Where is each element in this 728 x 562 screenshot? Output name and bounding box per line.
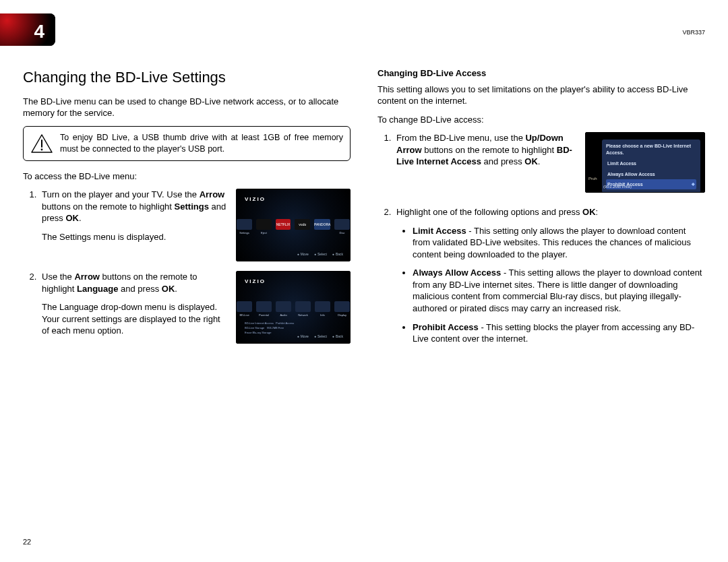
change-step-2: Highlight one of the following options a… bbox=[394, 206, 705, 344]
right-column: Changing BD-Live Access This setting all… bbox=[377, 67, 705, 354]
bdlive-popup-screenshot: Please choose a new BD-Live Internet Acc… bbox=[585, 132, 705, 193]
chapter-number: 4 bbox=[34, 19, 44, 44]
language-menu-screenshot: VIZIO ‹ › BD-Live Parental Audio Network bbox=[236, 271, 351, 344]
settings-menu-screenshot: VIZIO NETFLIX vudu PANDORA Settings Ejec… bbox=[236, 189, 351, 261]
options-list: Limit Access - This setting only allows … bbox=[396, 225, 705, 345]
chapter-badge: 4 bbox=[0, 13, 55, 46]
model-number: VBR337 bbox=[682, 28, 705, 36]
option-prohibit: Prohibit Access - This setting blocks th… bbox=[413, 321, 705, 345]
usb-callout: To enjoy BD Live, a USB thumb drive with… bbox=[23, 126, 351, 161]
change-steps: Please choose a new BD-Live Internet Acc… bbox=[377, 132, 705, 344]
access-lead: To access the BD-Live menu: bbox=[23, 170, 351, 183]
page-header: 4 VBR337 bbox=[23, 13, 705, 54]
section-heading: Changing the BD-Live Settings bbox=[23, 67, 351, 88]
svg-point-2 bbox=[41, 148, 43, 150]
access-step-1: Turn on the player and your TV. Use the … bbox=[39, 189, 351, 261]
access-steps: Turn on the player and your TV. Use the … bbox=[23, 189, 351, 344]
change-step-1: Please choose a new BD-Live Internet Acc… bbox=[394, 132, 705, 197]
warning-icon bbox=[30, 133, 53, 154]
option-always: Always Allow Access - This setting allow… bbox=[413, 267, 705, 314]
left-column: Changing the BD-Live Settings The BD-Liv… bbox=[23, 67, 351, 354]
option-limit: Limit Access - This setting only allows … bbox=[413, 225, 705, 261]
access-step-2: Use the Arrow buttons on the remote to h… bbox=[39, 271, 351, 344]
content-columns: Changing the BD-Live Settings The BD-Liv… bbox=[23, 67, 705, 354]
intro-paragraph: The BD-Live menu can be used to change B… bbox=[23, 96, 351, 119]
right-intro: This setting allows you to set limitatio… bbox=[377, 84, 705, 107]
page-number: 22 bbox=[23, 537, 31, 547]
callout-text: To enjoy BD Live, a USB thumb drive with… bbox=[60, 132, 343, 155]
change-lead: To change BD-Live access: bbox=[377, 114, 705, 126]
subheading: Changing BD-Live Access bbox=[377, 67, 705, 80]
